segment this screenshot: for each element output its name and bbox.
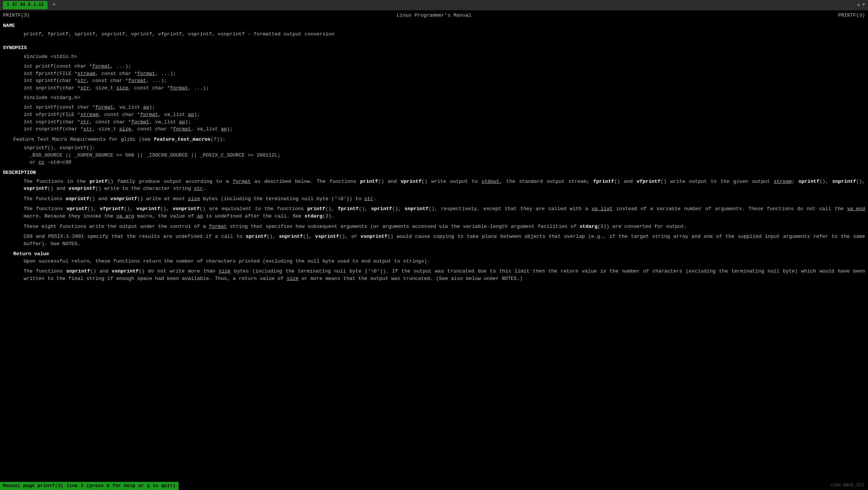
synopsis-include2: #include <stdarg.h> <box>3 94 865 102</box>
section-return-value: Return value Upon successful return, the… <box>3 250 865 282</box>
status-bar: Manual page printf(3) line 1 (press h fo… <box>0 482 179 490</box>
snprintf-macro: _BSD_SOURCE || _XOPEN_SOURCE >= 500 || _… <box>3 152 865 159</box>
desc-para1: The functions in the printf() family pro… <box>3 178 865 192</box>
section-description: DESCRIPTION The functions in the printf(… <box>3 169 865 247</box>
desc-para5: C99 and POSIX.1-2001 specify that the re… <box>3 233 865 247</box>
active-tab[interactable]: 1 47.94.0.1:22 <box>3 1 48 9</box>
man-page-header: PRINTF(3) Linux Programmer's Manual PRIN… <box>3 12 865 19</box>
feature-note: Feature Test Macro Requirements for glib… <box>3 136 865 143</box>
section-synopsis-title: SYNOPSIS <box>3 44 865 52</box>
title-bar: 1 47.94.0.1:22 + ▲ ▼ <box>0 0 868 10</box>
section-description-title: DESCRIPTION <box>3 169 865 177</box>
window-controls: ▲ ▼ <box>857 2 865 8</box>
watermark: CSDN @青色_范川 <box>831 483 864 489</box>
synopsis-func7: int vsprintf(char *str, const char *form… <box>3 119 865 126</box>
synopsis-func6: int vfprintf(FILE *stream, const char *f… <box>3 111 865 119</box>
desc-para2: The functions snprintf() and vsnprintf()… <box>3 195 865 203</box>
return-value-title: Return value <box>3 250 865 258</box>
header-left: PRINTF(3) <box>3 12 30 19</box>
status-bar-container: Manual page printf(3) line 1 (press h fo… <box>0 482 868 490</box>
synopsis-func3: int sprintf(char *str, const char *forma… <box>3 77 865 85</box>
feature-test-section: Feature Test Macro Requirements for glib… <box>3 136 865 166</box>
return-para2: The functions snprintf() and vsnprintf()… <box>3 268 865 282</box>
section-name-content: printf, fprintf, sprintf, snprintf, vpri… <box>3 31 865 38</box>
header-center: Linux Programmer's Manual <box>397 12 471 19</box>
section-name: NAME printf, fprintf, sprintf, snprintf,… <box>3 22 865 38</box>
terminal-window: 1 47.94.0.1:22 + ▲ ▼ PRINTF(3) Linux Pro… <box>0 0 868 490</box>
synopsis-func1: int printf(const char *format, ...); <box>3 63 865 70</box>
return-para1: Upon successful return, these functions … <box>3 258 865 265</box>
synopsis-include1: #include <stdio.h> <box>3 53 865 61</box>
synopsis-func2: int fprintf(FILE *stream, const char *fo… <box>3 70 865 78</box>
synopsis-func8: int vsnprintf(char *str, size_t size, co… <box>3 126 865 133</box>
desc-para3: The functions vprintf(), vfprintf(), vsp… <box>3 205 865 220</box>
section-synopsis: SYNOPSIS #include <stdio.h> int printf(c… <box>3 44 865 133</box>
section-name-title: NAME <box>3 22 865 30</box>
man-page-content: PRINTF(3) Linux Programmer's Manual PRIN… <box>0 10 868 482</box>
status-text: Manual page printf(3) line 1 (press h fo… <box>3 483 176 490</box>
header-right: PRINTF(3) <box>838 12 865 19</box>
snprintf-label: snprintf(), vsnprintf(): <box>3 144 865 152</box>
desc-para4: These eight functions write the output u… <box>3 223 865 230</box>
synopsis-func5: int vprintf(const char *format, va_list … <box>3 104 865 111</box>
add-tab-button[interactable]: + <box>51 1 58 9</box>
snprintf-or: or cc -std=c99 <box>3 159 865 166</box>
synopsis-func4: int snprintf(char *str, size_t size, con… <box>3 85 865 92</box>
